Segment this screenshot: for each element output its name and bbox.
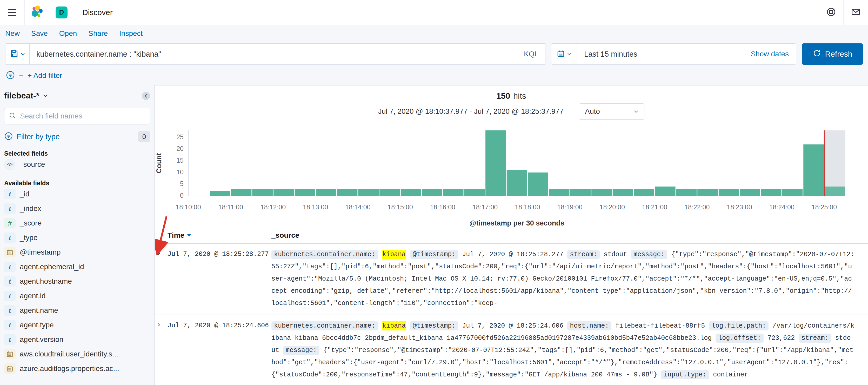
x-tick-label: 18:14:00 (345, 203, 370, 211)
sidebar-field-aws.cloudtrail.user_identity.s...[interactable]: aws.cloudtrail.user_identity.s... (4, 347, 150, 361)
histogram-bar[interactable] (210, 191, 230, 196)
histogram-bar[interactable] (634, 189, 654, 196)
time-range-display[interactable]: Last 15 minutes (584, 50, 638, 58)
histogram-bar[interactable] (422, 189, 442, 196)
field-name-badge: message: (631, 250, 667, 259)
x-tick-label: 18:17:00 (472, 203, 498, 211)
expand-row-toggle[interactable]: › (155, 248, 167, 309)
histogram-bar[interactable] (358, 189, 379, 196)
histogram-interval-select[interactable]: Auto (579, 103, 644, 119)
sidebar-field-_score[interactable]: #_score (4, 216, 150, 231)
histogram-bar[interactable] (401, 189, 421, 196)
x-tick-label: 18:25:00 (812, 203, 837, 211)
sidebar-field-agent.hostname[interactable]: tagent.hostname (4, 274, 150, 289)
histogram-bar[interactable] (655, 186, 676, 196)
histogram-bar[interactable] (782, 189, 803, 196)
selected-fields-heading: Selected fields (4, 150, 150, 157)
quick-select-menu-button[interactable] (551, 43, 577, 64)
x-tick-label: 18:15:00 (388, 203, 413, 211)
refresh-button[interactable]: Refresh (802, 43, 863, 65)
sidebar-field-_index[interactable]: t_index (4, 201, 150, 216)
filter-options-icon[interactable] (6, 70, 15, 81)
histogram-bar[interactable] (570, 189, 591, 196)
field-value: Jul 7, 2020 @ 18:25:24.606 (462, 322, 563, 330)
string-field-icon: t (4, 233, 16, 243)
divider (74, 0, 74, 25)
doc-table-body: ›Jul 7, 2020 @ 18:25:28.277kubernetes.co… (155, 244, 868, 385)
histogram-bar[interactable] (528, 173, 548, 196)
mail-icon (850, 6, 861, 19)
search-icon (8, 112, 17, 121)
query-language-button[interactable]: KQL (524, 50, 538, 58)
field-search-input[interactable]: Search field names (4, 108, 150, 124)
collapse-sidebar-button[interactable] (142, 92, 150, 100)
nav-link-new[interactable]: New (5, 29, 20, 38)
sidebar-field-_source[interactable]: </>_source (4, 157, 150, 172)
calendar-icon (557, 50, 565, 58)
field-name-badge: log.offset: (716, 333, 764, 343)
histogram-bar[interactable] (676, 189, 697, 196)
x-tick-label: 18:21:00 (642, 203, 667, 211)
histogram-bar[interactable] (591, 189, 612, 196)
histogram-bar[interactable] (613, 189, 633, 196)
filter-count-badge: 0 (138, 131, 150, 142)
newsfeed-button[interactable] (844, 0, 868, 25)
expand-row-toggle[interactable]: › (155, 320, 167, 381)
sidebar-field-_id[interactable]: t_id (4, 187, 150, 201)
sidebar-field-_type[interactable]: t_type (4, 231, 150, 245)
histogram-bar[interactable] (379, 189, 400, 196)
sidebar-field-azure.auditlogs.properties.ac...[interactable]: azure.auditlogs.properties.ac... (4, 361, 150, 376)
nav-link-inspect[interactable]: Inspect (119, 29, 143, 38)
nav-link-open[interactable]: Open (59, 29, 77, 38)
histogram-bar[interactable] (316, 189, 336, 196)
show-dates-button[interactable]: Show dates (751, 50, 789, 58)
histogram-bar[interactable] (740, 189, 760, 196)
x-tick-label: 18:23:00 (727, 203, 752, 211)
histogram-bar[interactable] (825, 186, 845, 196)
histogram-bar[interactable] (337, 189, 358, 196)
histogram-bar[interactable] (231, 189, 252, 196)
histogram-bar[interactable] (464, 189, 485, 196)
sidebar-field-agent.type[interactable]: tagent.type (4, 318, 150, 332)
time-column-header[interactable]: Time (167, 231, 271, 239)
field-name-badge: kubernetes.container.name: (271, 250, 378, 259)
histogram-bar[interactable] (443, 189, 464, 196)
sidebar-field-@timestamp[interactable]: @timestamp (4, 245, 150, 260)
x-axis-title: @timestamp per 30 seconds (469, 219, 564, 227)
field-name-label: _score (20, 219, 41, 227)
histogram-bar[interactable] (507, 170, 527, 196)
histogram-bar[interactable] (549, 189, 569, 196)
histogram-bar[interactable] (252, 189, 273, 196)
menu-button[interactable] (0, 0, 24, 25)
saved-query-menu-button[interactable] (5, 43, 30, 65)
sidebar-field-agent.ephemeral_id[interactable]: tagent.ephemeral_id (4, 260, 150, 274)
x-tick-label: 18:19:00 (557, 203, 582, 211)
help-button[interactable] (819, 0, 843, 25)
space-selector-button[interactable]: D (49, 0, 74, 25)
histogram-bar[interactable] (274, 189, 294, 196)
x-tick-label: 18:12:00 (260, 203, 286, 211)
sidebar-field-agent.id[interactable]: tagent.id (4, 289, 150, 303)
highlighted-value: kibana (382, 250, 406, 259)
histogram-bar[interactable] (486, 130, 506, 196)
histogram-bar[interactable] (803, 144, 824, 196)
string-field-icon: t (4, 203, 16, 214)
histogram-bar[interactable] (761, 189, 781, 196)
nav-link-save[interactable]: Save (31, 29, 48, 38)
partial-bucket-shade (824, 130, 845, 196)
field-name-label: agent.id (20, 292, 46, 300)
elastic-home-button[interactable] (25, 0, 49, 25)
filter-by-type-button[interactable]: Filter by type (17, 132, 60, 141)
histogram-bar[interactable] (295, 189, 315, 196)
query-input[interactable]: kubernetes.container.name : "kibana" KQL (30, 43, 546, 65)
index-pattern-switcher[interactable]: filebeat-* (4, 91, 48, 100)
available-fields-list: t_idt_index#_scoret_type@timestamptagent… (4, 187, 150, 376)
sidebar-field-agent.version[interactable]: tagent.version (4, 332, 150, 347)
histogram-bar[interactable] (698, 189, 718, 196)
histogram-bar[interactable] (719, 189, 739, 196)
doc-table-row: ›Jul 7, 2020 @ 18:25:28.277kubernetes.co… (155, 244, 868, 315)
add-filter-button[interactable]: + Add filter (28, 71, 62, 80)
nav-link-share[interactable]: Share (88, 29, 108, 38)
sidebar-field-agent.name[interactable]: tagent.name (4, 303, 150, 318)
x-tick-label: 18:13:00 (303, 203, 328, 211)
